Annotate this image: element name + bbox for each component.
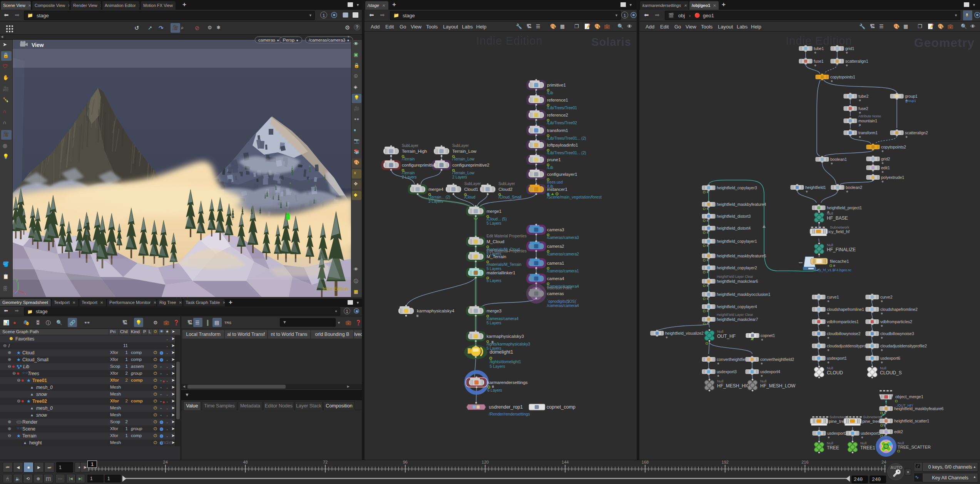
- svg-text:/cameras/camera2: /cameras/camera2: [547, 252, 579, 256]
- svg-text:OUT_HF: OUT_HF: [717, 334, 736, 339]
- svg-text:48: 48: [243, 460, 248, 464]
- svg-text:group1: group1: [905, 99, 916, 103]
- svg-text:primitive1: primitive1: [547, 83, 566, 87]
- svg-text:Null: Null: [760, 379, 766, 383]
- svg-text:2 Layers: 2 Layers: [402, 175, 416, 179]
- svg-text:Null: Null: [827, 211, 833, 215]
- svg-text:Null: Null: [860, 441, 866, 445]
- svg-text:/Render/rendersettings: /Render/rendersettings: [489, 412, 530, 416]
- svg-text:heightfield_distort4: heightfield_distort4: [717, 226, 751, 230]
- svg-text:/lights/domelight1: /lights/domelight1: [490, 359, 521, 364]
- svg-text:heightfield_copylayer3: heightfield_copylayer3: [717, 185, 757, 190]
- svg-text:copnet_comp: copnet_comp: [547, 404, 575, 410]
- svg-text:144: 144: [562, 460, 569, 464]
- svg-text:SubLayer: SubLayer: [402, 144, 418, 148]
- svg-text:heightfield_copylayer2: heightfield_copylayer2: [717, 265, 757, 270]
- svg-text:tube2: tube2: [858, 94, 868, 98]
- svg-text:configureprimitive1: configureprimitive1: [402, 163, 439, 167]
- svg-text:M_Cloud: M_Cloud: [487, 239, 504, 244]
- svg-text:cloudshapefromline1: cloudshapefromline1: [827, 307, 864, 312]
- svg-text:TREE_SCATTER: TREE_SCATTER: [898, 445, 931, 449]
- svg-text:filecache1: filecache1: [830, 259, 849, 264]
- svg-text:/Lib/Trees/Tree01... (2): /Lib/Trees/Tree01... (2): [547, 151, 586, 155]
- svg-text:edit1: edit1: [881, 165, 890, 170]
- svg-text:heightfield1: heightfield1: [805, 185, 826, 190]
- svg-text:grid2: grid2: [881, 157, 890, 161]
- svg-text:Edit Material Properties: Edit Material Properties: [487, 249, 527, 253]
- svg-text:cloudbillowynoise3: cloudbillowynoise3: [880, 331, 914, 336]
- svg-text:Null: Null: [880, 366, 886, 370]
- svg-text:216: 216: [801, 460, 808, 464]
- svg-text:SubLayer: SubLayer: [498, 182, 515, 186]
- svg-text:/Lib: /Lib: [547, 91, 554, 95]
- svg-text:configureprimitive2: configureprimitive2: [452, 163, 490, 167]
- svg-text:/Terrain_Low: /Terrain_Low: [452, 157, 475, 161]
- svg-text:usdexport3: usdexport3: [861, 431, 881, 436]
- svg-text:group1: group1: [905, 94, 918, 98]
- svg-text:usdrender_rop1: usdrender_rop1: [489, 404, 523, 410]
- svg-text:heightfield_copylayer1: heightfield_copylayer1: [717, 239, 757, 244]
- svg-text:cloudbillowynoise2: cloudbillowynoise2: [827, 331, 861, 336]
- svg-text:/Cloud_Small: /Cloud_Small: [498, 195, 521, 199]
- svg-text:polyextrude1: polyextrude1: [881, 175, 904, 180]
- svg-text:heightfield_distort3: heightfield_distort3: [717, 214, 751, 219]
- svg-text:curve1: curve1: [827, 295, 839, 299]
- svg-text:vdbfromparticles2: vdbfromparticles2: [880, 319, 912, 324]
- svg-text:karmarendersettings: karmarendersettings: [487, 380, 528, 385]
- svg-text:Null: Null: [717, 379, 723, 383]
- svg-text:Terrain_Low: Terrain_Low: [452, 149, 477, 154]
- svg-text:merge3: merge3: [487, 309, 502, 313]
- svg-text:reference1: reference1: [547, 98, 568, 102]
- svg-text:loftpayloadinfo1: loftpayloadinfo1: [547, 143, 578, 147]
- svg-text:transform1: transform1: [547, 128, 568, 133]
- svg-text:camera1: camera1: [547, 261, 564, 265]
- svg-text:reference2: reference2: [547, 113, 568, 117]
- svg-text:/materials/M_Terrain: /materials/M_Terrain: [487, 262, 522, 267]
- svg-text:/Cloud: /Cloud: [464, 195, 475, 199]
- svg-text:CLOUD_S: CLOUD_S: [880, 370, 902, 376]
- svg-text:karmaphysicalsky3: karmaphysicalsky3: [487, 334, 524, 339]
- svg-text:HeightField Layer Clear: HeightField Layer Clear: [717, 313, 753, 317]
- svg-text:heightfield_maskclear6: heightfield_maskclear6: [717, 279, 758, 284]
- svg-text:camera2: camera2: [547, 244, 564, 249]
- svg-text:instancer1: instancer1: [547, 187, 567, 192]
- svg-text:HeightField Layer Clear: HeightField Layer Clear: [717, 275, 753, 279]
- svg-text:TREE1: TREE1: [860, 445, 875, 451]
- svg-text:Terrain_High: Terrain_High: [402, 149, 427, 154]
- svg-text:pine_tree1: pine_tree1: [862, 419, 882, 424]
- svg-text:icy_hf_v1.$F4.bgeo.sc: icy_hf_v1.$F4.bgeo.sc: [817, 268, 852, 272]
- svg-text:usdexport1: usdexport1: [827, 356, 847, 360]
- svg-text:/cameras/camera4: /cameras/camera4: [487, 317, 518, 321]
- svg-text:scatteralign2: scatteralign2: [905, 130, 928, 135]
- svg-text:P: P: [859, 124, 861, 127]
- svg-text:tube1: tube1: [814, 46, 824, 51]
- svg-text:prune1: prune1: [547, 157, 561, 162]
- svg-text:x: x: [24, 292, 26, 295]
- svg-text:/cameras/camera1: /cameras/camera1: [547, 269, 579, 273]
- svg-text:usdexport3: usdexport3: [717, 369, 737, 374]
- svg-text:camera4: camera4: [547, 276, 564, 281]
- svg-text:/Lib/Trees/Tree01: /Lib/Trees/Tree01: [547, 106, 577, 110]
- svg-text:TREE: TREE: [827, 445, 839, 451]
- svg-text:karmaphysicalsky4: karmaphysicalsky4: [417, 309, 455, 313]
- svg-text:copnet1: copnet1: [761, 333, 775, 338]
- svg-text:boolean2: boolean2: [846, 185, 862, 190]
- svg-text:M_Terrain: M_Terrain: [487, 254, 506, 259]
- svg-text:CLOUD: CLOUD: [827, 370, 843, 376]
- svg-text:object_merge1: object_merge1: [895, 394, 923, 399]
- svg-text:grid1: grid1: [845, 46, 855, 51]
- svg-text:240: 240: [881, 460, 886, 464]
- svg-text:configurelayer1: configurelayer1: [547, 172, 577, 177]
- svg-text:Attribute Noise: Attribute Noise: [858, 114, 881, 118]
- svg-text:5 Layers: 5 Layers: [487, 321, 501, 325]
- svg-text:domelight1: domelight1: [490, 349, 513, 355]
- svg-text:96: 96: [403, 460, 408, 464]
- svg-text:/Lib: /Lib: [547, 165, 554, 170]
- svg-text:copytopoints2: copytopoints2: [881, 145, 906, 149]
- svg-text:heightfield_maskbyfeature6: heightfield_maskbyfeature6: [894, 406, 944, 411]
- svg-text:/cameras/camera4: /cameras/camera4: [547, 304, 579, 308]
- svg-text:Cloud1: Cloud1: [464, 187, 478, 192]
- svg-text:heightfield_copylayer4: heightfield_copylayer4: [717, 304, 757, 309]
- svg-text:5 Layers: 5 Layers: [487, 279, 501, 283]
- svg-text:/Terrain... (2): /Terrain... (2): [428, 195, 450, 199]
